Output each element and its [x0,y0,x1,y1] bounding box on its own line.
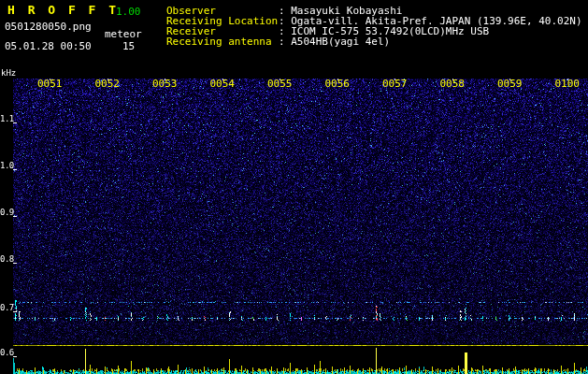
time-tick-label: 0057 [382,79,408,89]
freq-tick-label: 1.1 [0,115,14,123]
freq-tick-label: 0.8 [0,255,14,264]
time-tick-label: 0054 [210,79,236,89]
freq-tick-label: 0.7 [0,304,14,312]
datetime-label: 05.01.28 00:50 [5,40,92,52]
hrofft-window: H R O F F T 1.00 0501280050.png meteor 0… [0,0,588,374]
time-tick-label: 0059 [497,79,523,89]
freq-tick-label: 0.9 [0,209,14,217]
time-tick-label: 0058 [440,79,466,89]
freq-tick-label: 1.0 [0,162,14,170]
freq-axis-unit: kHz [1,68,16,78]
time-tick-label: 0053 [152,79,178,89]
output-filename: 0501280050.png [5,21,92,33]
time-tick-label: 0051 [37,79,63,89]
info-row: Receiving antenna: A504HB(yagi 4el) [166,36,582,47]
mode-label: meteor [105,28,142,40]
info-label: Receiving antenna [166,36,279,47]
freq-tick-label: 0.6 [0,349,14,357]
observer-info-block: Observer: Masayuki KobayashiReceiving Lo… [166,6,582,47]
time-tick-label: 0100 [555,79,581,89]
time-tick-label: 0056 [325,79,351,89]
app-version: 1.00 [116,6,141,18]
app-title: H R O F F T [7,3,119,17]
spectrogram-canvas [0,0,588,374]
time-tick-label: 0055 [267,79,293,89]
info-value: : A504HB(yagi 4el) [279,36,390,48]
time-tick-label: 0052 [95,79,121,89]
echo-count: 15 [122,40,135,52]
